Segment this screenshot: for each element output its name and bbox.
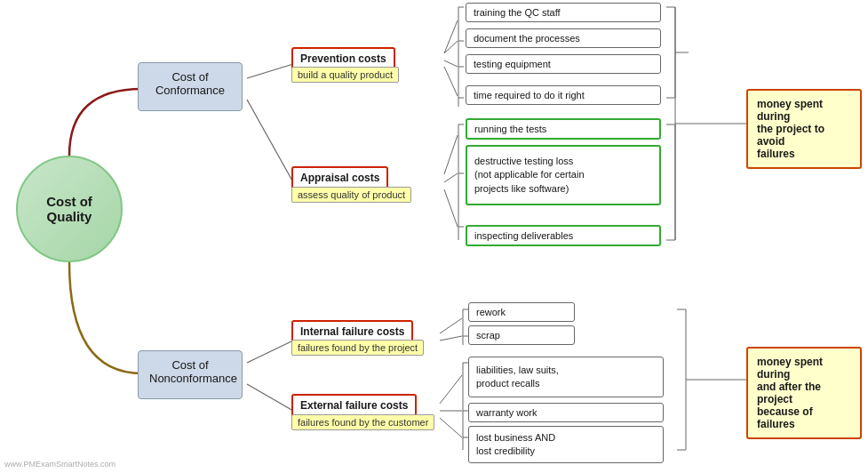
prevention-subtitle: build a quality product (291, 67, 399, 83)
connector-lines (0, 0, 868, 473)
conformance-summary: money spent during the project to avoid … (746, 89, 862, 169)
prevention-item-1: training the QC staff (466, 3, 661, 22)
external-subtitle: failures found by the customer (291, 414, 434, 430)
internal-subtitle: failures found by the project (291, 340, 424, 356)
svg-line-16 (444, 173, 458, 182)
appraisal-item-1: running the tests (466, 118, 661, 140)
prevention-subtitle-text: build a quality product (298, 69, 393, 80)
prevention-item-2: document the processes (466, 28, 661, 48)
svg-line-29 (440, 318, 462, 333)
svg-line-4 (444, 60, 458, 67)
prevention-item-3: testing equipment (466, 54, 661, 74)
svg-line-2 (444, 20, 458, 53)
nonconformance-box: Cost of Nonconformance (138, 350, 243, 399)
svg-line-1 (247, 100, 293, 182)
prevention-title: Prevention costs (300, 52, 386, 65)
external-title: External failure costs (300, 399, 408, 412)
nonconformance-summary: money spent during and after the project… (746, 347, 862, 439)
svg-line-30 (440, 336, 462, 341)
appraisal-subtitle-text: assess quality of product (298, 189, 405, 200)
svg-line-36 (440, 418, 462, 437)
internal-subtitle-text: failures found by the project (298, 342, 418, 353)
internal-item-1: rework (468, 302, 575, 322)
diagram: Cost ofQuality Cost of Conformance Preve… (0, 0, 868, 473)
conformance-label: Cost of Conformance (155, 70, 225, 97)
external-item-2: warranty work (468, 403, 664, 422)
svg-line-3 (444, 41, 458, 53)
svg-line-34 (440, 375, 462, 404)
watermark: www.PMExamSmartNotes.com (4, 460, 115, 469)
external-item-1: liabilities, law suits, product recalls (468, 357, 664, 397)
central-circle-label: Cost ofQuality (46, 194, 92, 224)
svg-line-28 (247, 384, 293, 411)
appraisal-subtitle: assess quality of product (291, 187, 411, 203)
external-subtitle-text: failures found by the customer (298, 417, 428, 428)
prevention-item-4: time required to do it right (466, 85, 661, 105)
nonconformance-label: Cost of Nonconformance (149, 358, 237, 385)
svg-line-5 (444, 67, 458, 96)
central-circle: Cost ofQuality (16, 156, 123, 262)
svg-line-17 (444, 189, 458, 227)
appraisal-item-3: inspecting deliverables (466, 225, 661, 246)
svg-line-0 (247, 64, 293, 78)
appraisal-item-2: destructive testing loss (not applicable… (466, 145, 661, 205)
internal-item-2: scrap (468, 325, 575, 345)
conformance-summary-text: money spent during the project to avoid … (757, 98, 824, 160)
svg-line-15 (444, 135, 458, 174)
internal-title: Internal failure costs (300, 325, 404, 338)
external-item-3: lost business AND lost credibility (468, 426, 664, 463)
svg-line-27 (247, 341, 293, 363)
conformance-box: Cost of Conformance (138, 62, 243, 111)
nonconformance-summary-text: money spent during and after the project… (757, 356, 823, 430)
appraisal-title: Appraisal costs (300, 172, 379, 184)
